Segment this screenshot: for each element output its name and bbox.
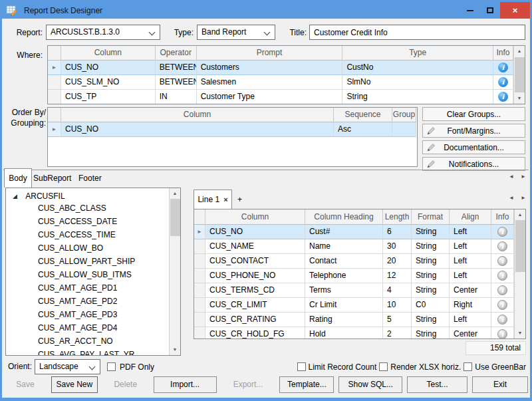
tree-expander-icon[interactable]: ◢: [13, 190, 17, 203]
cell-column[interactable]: CUS_NO: [205, 225, 305, 239]
scroll-up-icon[interactable]: ▲: [514, 46, 525, 57]
cell-type[interactable]: SlmNo: [342, 75, 493, 90]
titlebar[interactable]: Report Desk Designer ×: [2, 2, 530, 19]
cell-align[interactable]: Left: [450, 239, 491, 254]
report-select[interactable]: ARCUSLST.B.1.3.0: [46, 25, 160, 40]
use-greenbar-checkbox[interactable]: [464, 362, 472, 371]
limit-record-count-checkbox[interactable]: [297, 362, 306, 371]
test-button[interactable]: Test...: [407, 376, 467, 393]
tab-subreport[interactable]: SubReport: [29, 170, 75, 187]
cell-length[interactable]: 6: [383, 225, 412, 239]
tab-scroll-right-icon[interactable]: ►: [521, 174, 526, 180]
cell-column[interactable]: CUS_SLM_NO: [61, 75, 156, 90]
tree-root-label[interactable]: ARCUSFIL: [25, 192, 65, 201]
tree-item[interactable]: CUS_ABC_CLASS: [6, 201, 180, 215]
where-row[interactable]: CUS_SLM_NO BETWEEN Salesmen SlmNo i: [48, 75, 513, 90]
cell-group[interactable]: [392, 122, 416, 137]
cell-prompt[interactable]: Salesmen: [197, 75, 343, 90]
cell-heading[interactable]: Terms: [305, 283, 383, 298]
pdf-only-checkbox[interactable]: [107, 362, 116, 371]
title-input[interactable]: [309, 25, 525, 40]
tree-item[interactable]: CUS_ALLOW_PART_SHIP: [6, 255, 180, 268]
cell-heading[interactable]: Contact: [305, 254, 383, 269]
cell-heading[interactable]: Name: [305, 239, 383, 254]
cell-operator[interactable]: BETWEEN: [156, 75, 197, 90]
cell-column[interactable]: CUS_PHONE_NO: [205, 269, 305, 283]
tree-root[interactable]: ◢ ARCUSFIL: [6, 188, 180, 201]
info-icon[interactable]: i: [497, 300, 507, 310]
show-sql-button[interactable]: Show SQL...: [338, 376, 402, 393]
add-line-tab[interactable]: +: [233, 191, 246, 208]
cell-align[interactable]: Center: [450, 327, 491, 339]
info-icon[interactable]: i: [497, 285, 507, 295]
cell-prompt[interactable]: Customers: [197, 61, 343, 75]
detail-row[interactable]: CUS_CR_RATING Rating 5 String Left i: [194, 313, 514, 327]
detail-row[interactable]: CUS_CONTACT Contact 20 String Left i: [194, 254, 514, 269]
cell-heading[interactable]: Cust#: [305, 225, 383, 239]
cell-column[interactable]: CUS_CR_RATING: [205, 313, 305, 327]
scroll-down-icon[interactable]: ▼: [515, 328, 525, 338]
exit-button[interactable]: Exit: [472, 376, 528, 393]
scroll-up-icon[interactable]: ▲: [170, 188, 180, 199]
cell-heading[interactable]: Telephone: [305, 269, 383, 283]
minimize-button[interactable]: [460, 2, 480, 19]
cell-sequence[interactable]: Asc: [334, 122, 392, 137]
detail-row[interactable]: CUS_CR_LIMIT Cr Limit 10 C0 Right i: [194, 298, 514, 313]
cell-format[interactable]: C0: [412, 298, 450, 313]
cell-align[interactable]: Left: [450, 313, 491, 327]
save-new-button[interactable]: Save New: [51, 376, 98, 393]
where-row[interactable]: ► CUS_NO BETWEEN Customers CustNo i: [48, 61, 513, 75]
tab-line-1[interactable]: Line 1 ×: [194, 190, 232, 209]
tree-item[interactable]: CUS_ALLOW_SUB_ITMS: [6, 268, 180, 281]
close-button[interactable]: ×: [500, 2, 530, 19]
info-icon[interactable]: i: [497, 329, 507, 339]
scrollbar-thumb[interactable]: [170, 199, 180, 236]
tree-scrollbar[interactable]: ▲ ▼: [169, 188, 180, 355]
order-by-row[interactable]: ► CUS_NO Asc: [48, 122, 417, 137]
cell-heading[interactable]: Hold: [305, 327, 383, 339]
cell-format[interactable]: String: [412, 225, 450, 239]
cell-length[interactable]: 5: [383, 313, 412, 327]
cell-column[interactable]: CUS_TERMS_CD: [205, 283, 305, 298]
detail-row[interactable]: ► CUS_NO Cust# 6 String Left i: [194, 225, 514, 239]
cell-heading[interactable]: Rating: [305, 313, 383, 327]
cell-length[interactable]: 4: [383, 283, 412, 298]
scrollbar-thumb[interactable]: [515, 57, 525, 92]
font-margins-button[interactable]: Font/Margins...: [422, 124, 525, 138]
tree-item[interactable]: CUS_AMT_AGE_PD2: [6, 295, 180, 308]
cell-operator[interactable]: IN: [156, 90, 197, 104]
maximize-button[interactable]: [480, 2, 500, 19]
cell-type[interactable]: CustNo: [342, 61, 493, 75]
info-icon[interactable]: i: [498, 77, 508, 87]
cell-length[interactable]: 10: [383, 298, 412, 313]
cell-column[interactable]: CUS_NO: [61, 61, 156, 75]
cell-length[interactable]: 30: [383, 239, 412, 254]
tab-footer[interactable]: Footer: [74, 170, 106, 187]
tree-item[interactable]: CUS_AR_ACCT_NO: [6, 334, 180, 348]
detail-row[interactable]: CUS_PHONE_NO Telephone 12 String Left i: [194, 269, 514, 283]
render-xlsx-checkbox[interactable]: [379, 362, 388, 371]
cell-align[interactable]: Right: [450, 298, 491, 313]
cell-heading[interactable]: Cr Limit: [305, 298, 383, 313]
cell-operator[interactable]: BETWEEN: [156, 61, 197, 75]
scroll-down-icon[interactable]: ▼: [514, 93, 525, 104]
cell-length[interactable]: 12: [383, 269, 412, 283]
scroll-down-icon[interactable]: ▼: [170, 344, 180, 355]
info-icon[interactable]: i: [497, 256, 507, 266]
cell-column[interactable]: CUS_CR_LIMIT: [205, 298, 305, 313]
line-tab-scroll-left-icon[interactable]: ◄: [509, 195, 514, 201]
cell-align[interactable]: Left: [450, 269, 491, 283]
tree-item[interactable]: CUS_AMT_AGE_PD3: [6, 308, 180, 321]
tab-scroll-left-icon[interactable]: ◄: [509, 174, 514, 180]
where-row[interactable]: CUS_TP IN Customer Type String i: [48, 90, 513, 104]
cell-column[interactable]: CUS_NAME: [205, 239, 305, 254]
cell-format[interactable]: String: [412, 269, 450, 283]
clear-groups-button[interactable]: Clear Groups...: [422, 107, 525, 121]
cell-format[interactable]: String: [412, 283, 450, 298]
detail-row[interactable]: CUS_NAME Name 30 String Left i: [194, 239, 514, 254]
cell-length[interactable]: 20: [383, 254, 412, 269]
documentation-button[interactable]: Documentation...: [422, 140, 525, 154]
info-icon[interactable]: i: [497, 241, 507, 251]
orient-select[interactable]: Landscape: [35, 359, 100, 374]
scroll-up-icon[interactable]: ▲: [515, 209, 525, 220]
